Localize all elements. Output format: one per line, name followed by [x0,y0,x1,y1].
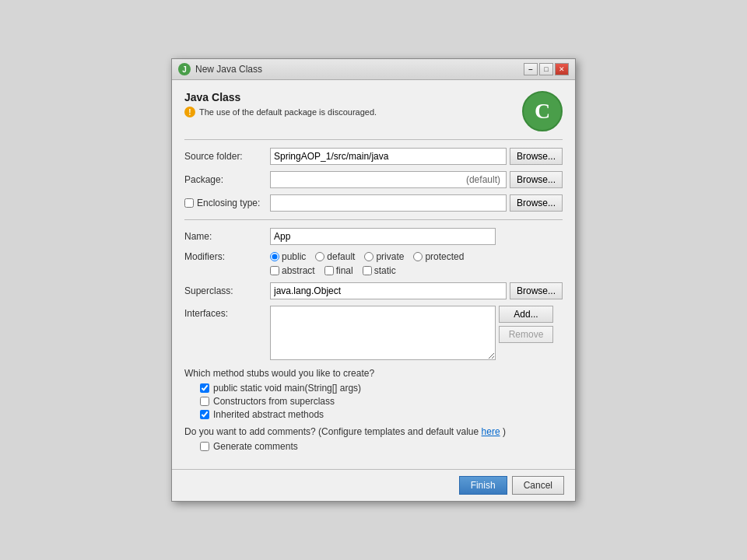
generate-comments-checkbox[interactable] [200,442,209,451]
inherited-item: Inherited abstract methods [200,409,563,420]
here-link[interactable]: here [482,426,500,437]
superclass-input[interactable] [270,282,507,299]
enclosing-type-label: Enclosing type: [197,198,260,208]
modifier-final-checkbox[interactable] [324,266,334,275]
cancel-button[interactable]: Cancel [512,476,564,495]
title-bar: J New Java Class ‒ □ ✕ [172,59,575,80]
modifier-abstract-checkbox[interactable] [270,266,279,275]
modifiers-label: Modifiers: [184,251,270,262]
modifier-private-label: private [376,251,404,262]
separator-1 [184,139,563,140]
source-folder-input[interactable] [270,148,507,165]
superclass-row: Superclass: Browse... [184,282,563,299]
constructors-label: Constructors from superclass [213,396,335,407]
remove-interface-button[interactable]: Remove [499,326,553,343]
inherited-label: Inherited abstract methods [213,409,324,420]
warning-icon: ! [184,107,195,117]
warning-text: The use of the default package is discou… [199,107,377,117]
main-method-checkbox[interactable] [200,383,209,393]
modifier-private-radio[interactable] [364,252,374,261]
modifier-final-label: final [336,265,353,276]
modifier-static-label: static [374,265,396,276]
modifier-public-label: public [282,251,306,262]
generate-comments-label: Generate comments [213,441,298,452]
stubs-title: Which method stubs would you like to cre… [184,368,563,379]
interfaces-buttons: Add... Remove [499,306,553,343]
modifier-private-item: private [364,251,404,262]
enclosing-type-checkbox[interactable] [184,198,194,208]
modifier-abstract-label: abstract [282,265,315,276]
minimize-button[interactable]: ‒ [524,63,538,75]
name-row: Name: [184,228,563,245]
constructors-checkbox[interactable] [200,397,209,406]
modifier-protected-label: protected [425,251,464,262]
close-button[interactable]: ✕ [555,63,569,75]
comments-section: Do you want to add comments? (Configure … [184,426,563,452]
source-folder-row: Source folder: Browse... [184,148,563,165]
package-default-text: (default) [466,174,503,185]
comments-title-part2: ) [503,426,506,437]
name-label: Name: [184,231,270,242]
constructors-item: Constructors from superclass [200,396,563,407]
enclosing-type-browse-button[interactable]: Browse... [510,194,563,212]
finish-button[interactable]: Finish [459,476,507,495]
superclass-browse-button[interactable]: Browse... [510,282,563,299]
dialog-body: Java Class ! The use of the default pack… [172,80,575,469]
modifier-static-item: static [363,265,396,276]
header-left: Java Class ! The use of the default pack… [184,91,377,117]
dialog-icon: J [178,63,191,75]
new-java-class-dialog: J New Java Class ‒ □ ✕ Java Class ! The … [171,58,576,502]
main-method-label: public static void main(String[] args) [213,383,361,394]
modifier-default-radio[interactable] [315,252,324,261]
inherited-checkbox[interactable] [200,410,209,419]
dialog-header: Java Class [184,91,377,103]
interfaces-label: Interfaces: [184,306,270,319]
maximize-button[interactable]: □ [539,63,553,75]
stubs-section: Which method stubs would you like to cre… [184,368,563,420]
modifiers-row: Modifiers: public default private protec… [184,251,563,262]
title-buttons: ‒ □ ✕ [524,63,569,75]
modifiers-radio-group: public default private protected [270,251,464,262]
modifier-protected-radio[interactable] [413,252,423,261]
modifier-abstract-item: abstract [270,265,315,276]
interfaces-section: Interfaces: Add... Remove [184,306,563,360]
name-input[interactable] [270,228,496,245]
enclosing-type-row: Enclosing type: Browse... [184,194,563,212]
comments-title: Do you want to add comments? (Configure … [184,426,563,437]
modifier-public-item: public [270,251,306,262]
separator-2 [184,219,563,220]
enclosing-type-input[interactable] [270,194,507,212]
generate-comments-item: Generate comments [200,441,563,452]
interfaces-textarea[interactable] [270,306,496,360]
modifier-static-checkbox[interactable] [363,266,372,275]
warning-row: ! The use of the default package is disc… [184,107,377,117]
dialog-footer: Finish Cancel [172,469,575,501]
modifier-checkboxes-group: abstract final static [270,265,563,276]
superclass-label: Superclass: [184,285,270,296]
modifier-public-radio[interactable] [270,252,279,261]
modifier-protected-item: protected [413,251,464,262]
package-row: Package: (default) Browse... [184,171,563,188]
modifier-final-item: final [324,265,353,276]
source-folder-browse-button[interactable]: Browse... [510,148,563,165]
title-bar-left: J New Java Class [178,63,262,75]
main-method-item: public static void main(String[] args) [200,383,563,394]
package-label: Package: [184,174,270,185]
comments-title-part1: Do you want to add comments? (Configure … [184,426,479,437]
modifier-default-item: default [315,251,355,262]
dialog-title: New Java Class [195,64,262,75]
source-folder-label: Source folder: [184,151,270,162]
enclosing-type-checkbox-label: Enclosing type: [184,198,270,208]
modifier-default-label: default [327,251,355,262]
java-logo: C [522,91,563,131]
add-interface-button[interactable]: Add... [499,306,553,323]
header-section: Java Class ! The use of the default pack… [184,91,563,131]
package-browse-button[interactable]: Browse... [510,171,563,188]
